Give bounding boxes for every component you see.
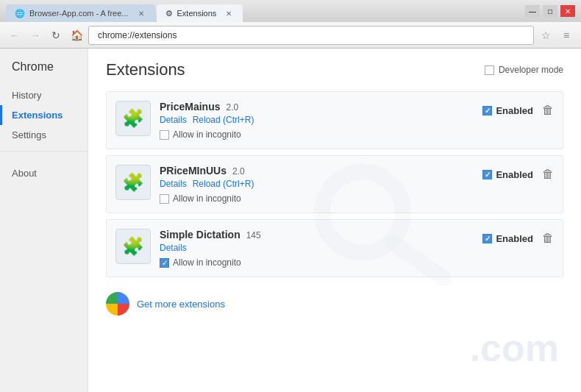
ext-incognito-3[interactable]: ✓ Allow in incognito bbox=[160, 257, 474, 268]
enabled-text-2: Enabled bbox=[496, 169, 533, 180]
enabled-text-3: Enabled bbox=[496, 233, 533, 244]
content-area: Chrome History Extensions Settings About… bbox=[0, 49, 581, 392]
nav-bar: ← → ↻ 🏠 chrome://extensions ☆ ≡ bbox=[0, 22, 581, 49]
extension-icon-3: 🧩 bbox=[115, 229, 151, 264]
enabled-label-2[interactable]: ✓ Enabled bbox=[482, 169, 533, 180]
incognito-checkbox-2[interactable] bbox=[160, 194, 169, 204]
incognito-checkbox-1[interactable] bbox=[160, 130, 169, 140]
ext-name-2: PRiceMInUUs bbox=[160, 165, 227, 177]
enabled-checkbox-3[interactable]: ✓ bbox=[482, 234, 492, 243]
developer-mode-checkbox[interactable] bbox=[485, 65, 494, 75]
sidebar-divider bbox=[0, 151, 88, 152]
ext-incognito-2[interactable]: Allow in incognito bbox=[160, 193, 474, 204]
enabled-label-1[interactable]: ✓ Enabled bbox=[482, 105, 533, 116]
minimize-button[interactable]: — bbox=[525, 5, 540, 17]
page-title: Extensions bbox=[106, 60, 185, 79]
star-button[interactable]: ☆ bbox=[537, 26, 555, 44]
delete-button-1[interactable]: 🗑 bbox=[542, 104, 554, 117]
enabled-label-3[interactable]: ✓ Enabled bbox=[482, 233, 533, 244]
extension-details-1: PriceMainus 2.0 Details Reload (Ctrl+R) … bbox=[160, 101, 474, 140]
window-controls: — □ ✕ bbox=[525, 5, 575, 17]
tab-close-ext-btn[interactable]: ✕ bbox=[224, 8, 234, 18]
extension-item-pricemainus: 🧩 PriceMainus 2.0 Details Reload (Ctrl+R… bbox=[106, 91, 563, 149]
main-header: Extensions Developer mode bbox=[106, 60, 563, 79]
sidebar-title: Chrome bbox=[0, 60, 88, 85]
tab-browser-app[interactable]: 🌐 Browser-App.com - A free... ✕ bbox=[6, 4, 155, 22]
ext-links-2: Details Reload (Ctrl+R) bbox=[160, 179, 474, 189]
extension-item-priceminuus: 🧩 PRiceMInUUs 2.0 Details Reload (Ctrl+R… bbox=[106, 155, 563, 213]
address-text: chrome://extensions bbox=[98, 30, 177, 40]
ext-details-link-1[interactable]: Details bbox=[160, 115, 187, 125]
ext-links-3: Details bbox=[160, 243, 474, 253]
delete-button-2[interactable]: 🗑 bbox=[542, 168, 554, 181]
tab-favicon: 🌐 bbox=[15, 9, 25, 18]
tab-label: Browser-App.com - A free... bbox=[29, 9, 129, 18]
close-button[interactable]: ✕ bbox=[560, 5, 575, 17]
incognito-label-3: Allow in incognito bbox=[173, 257, 241, 268]
title-bar: 🌐 Browser-App.com - A free... ✕ ⚙ Extens… bbox=[0, 0, 581, 22]
ext-name-row-2: PRiceMInUUs 2.0 bbox=[160, 165, 474, 177]
extension-details-2: PRiceMInUUs 2.0 Details Reload (Ctrl+R) … bbox=[160, 165, 474, 204]
developer-mode-toggle[interactable]: Developer mode bbox=[485, 65, 563, 75]
watermark-text: .com bbox=[470, 326, 559, 370]
incognito-label-2: Allow in incognito bbox=[173, 193, 241, 204]
reload-button[interactable]: ↻ bbox=[47, 26, 65, 44]
ext-reload-link-2[interactable]: Reload (Ctrl+R) bbox=[193, 179, 254, 189]
enabled-text-1: Enabled bbox=[496, 105, 533, 116]
sidebar-item-settings[interactable]: Settings bbox=[0, 125, 88, 145]
tab-extensions[interactable]: ⚙ Extensions ✕ bbox=[157, 4, 243, 22]
ext-name-row-1: PriceMainus 2.0 bbox=[160, 101, 474, 113]
enabled-checkbox-2[interactable]: ✓ bbox=[482, 170, 492, 179]
address-bar[interactable]: chrome://extensions bbox=[88, 26, 534, 45]
ext-right-3: ✓ Enabled 🗑 bbox=[482, 229, 554, 245]
tab-close-btn[interactable]: ✕ bbox=[136, 8, 146, 18]
ext-incognito-1[interactable]: Allow in incognito bbox=[160, 129, 474, 140]
ext-details-link-3[interactable]: Details bbox=[160, 243, 187, 253]
ext-version-3: 145 bbox=[246, 230, 261, 240]
get-more-extensions[interactable]: Get more extensions bbox=[106, 283, 563, 324]
tab-label-ext: Extensions bbox=[177, 9, 217, 18]
puzzle-icon-1: 🧩 bbox=[122, 108, 144, 129]
sidebar-item-extensions[interactable]: Extensions bbox=[0, 105, 88, 125]
delete-button-3[interactable]: 🗑 bbox=[542, 232, 554, 245]
ext-name-row-3: Simple Dictation 145 bbox=[160, 229, 474, 240]
maximize-button[interactable]: □ bbox=[543, 5, 557, 17]
ext-right-2: ✓ Enabled 🗑 bbox=[482, 165, 554, 181]
sidebar: Chrome History Extensions Settings About bbox=[0, 49, 88, 392]
ext-version-1: 2.0 bbox=[226, 102, 238, 113]
extension-item-simpledictation: 🧩 Simple Dictation 145 Details ✓ Allow i… bbox=[106, 219, 563, 277]
incognito-label-1: Allow in incognito bbox=[173, 129, 241, 140]
puzzle-icon-2: 🧩 bbox=[122, 172, 144, 193]
back-button[interactable]: ← bbox=[6, 26, 24, 44]
menu-button[interactable]: ≡ bbox=[557, 26, 575, 44]
get-more-link[interactable]: Get more extensions bbox=[137, 299, 225, 310]
ext-links-1: Details Reload (Ctrl+R) bbox=[160, 115, 474, 125]
ext-details-link-2[interactable]: Details bbox=[160, 179, 187, 189]
developer-mode-label: Developer mode bbox=[499, 65, 563, 75]
main-content: .com Extensions Developer mode 🧩 PriceMa… bbox=[88, 49, 581, 392]
tab-favicon-ext: ⚙ bbox=[165, 9, 173, 18]
ext-name-1: PriceMainus bbox=[160, 101, 220, 113]
sidebar-bottom: About bbox=[0, 163, 88, 183]
incognito-checkbox-3[interactable]: ✓ bbox=[160, 258, 169, 268]
home-button[interactable]: 🏠 bbox=[68, 26, 85, 44]
ext-reload-link-1[interactable]: Reload (Ctrl+R) bbox=[193, 115, 254, 125]
ext-version-2: 2.0 bbox=[232, 166, 245, 177]
ext-name-3: Simple Dictation bbox=[160, 229, 240, 240]
sidebar-item-history[interactable]: History bbox=[0, 85, 88, 105]
extension-icon-2: 🧩 bbox=[115, 165, 151, 200]
sidebar-item-about[interactable]: About bbox=[0, 163, 88, 183]
extension-icon-1: 🧩 bbox=[115, 101, 151, 136]
nav-right-controls: ☆ ≡ bbox=[537, 26, 575, 44]
chrome-logo-icon bbox=[106, 292, 129, 316]
ext-right-1: ✓ Enabled 🗑 bbox=[482, 101, 554, 117]
enabled-checkbox-1[interactable]: ✓ bbox=[482, 106, 492, 115]
extension-details-3: Simple Dictation 145 Details ✓ Allow in … bbox=[160, 229, 474, 268]
tab-list: 🌐 Browser-App.com - A free... ✕ ⚙ Extens… bbox=[6, 0, 519, 22]
forward-button[interactable]: → bbox=[26, 26, 44, 44]
puzzle-icon-3: 🧩 bbox=[122, 236, 144, 257]
